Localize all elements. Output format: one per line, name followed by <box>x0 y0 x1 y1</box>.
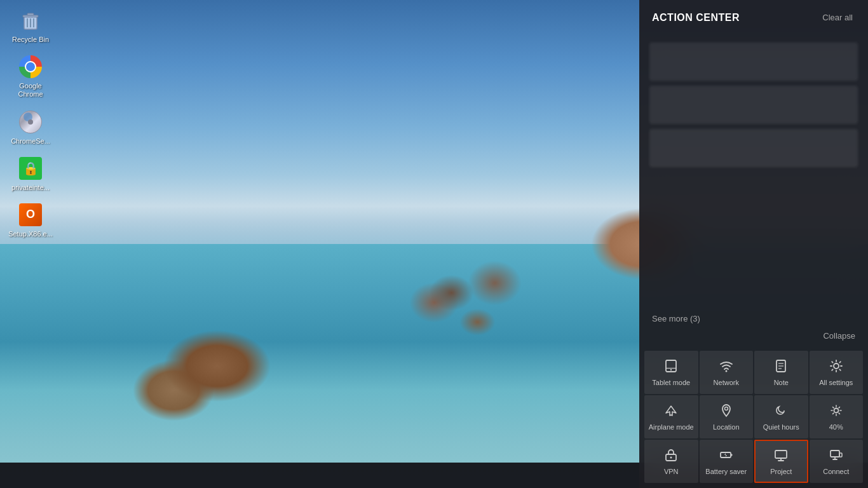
all-settings-icon <box>829 359 843 375</box>
svg-point-16 <box>834 408 838 412</box>
collapse-button[interactable]: Collapse <box>639 329 868 348</box>
desktop-icon-recycle-bin[interactable]: Recycle Bin <box>5 5 56 46</box>
battery-saver-button[interactable]: Battery saver <box>700 440 754 483</box>
airplane-mode-icon <box>664 403 678 419</box>
brightness-label: 40% <box>829 423 843 431</box>
network-icon <box>719 359 733 375</box>
svg-point-7 <box>670 369 672 370</box>
quiet-hours-icon <box>774 403 788 419</box>
location-button[interactable]: Location <box>700 395 754 438</box>
clear-all-button[interactable]: Clear all <box>820 11 855 24</box>
svg-point-15 <box>724 407 728 410</box>
battery-saver-label: Battery saver <box>705 468 747 476</box>
vpn-label: VPN <box>664 468 679 476</box>
network-label: Network <box>714 379 739 387</box>
recycle-bin-label: Recycle Bin <box>12 36 49 44</box>
connect-label: Connect <box>823 468 849 476</box>
brightness-button[interactable]: 40% <box>810 395 864 438</box>
setup-x86-label: Setup.X86.e... <box>8 230 53 238</box>
notification-placeholder-3 <box>649 129 858 167</box>
all-settings-label: All settings <box>819 379 853 387</box>
desktop-icon-privateinternet[interactable]: 🔒 privateinte... <box>5 153 56 194</box>
recycle-bin-icon <box>18 8 43 33</box>
svg-rect-21 <box>775 451 787 458</box>
svg-rect-25 <box>839 453 842 457</box>
notification-placeholder-2 <box>649 86 858 124</box>
project-icon <box>774 448 788 464</box>
note-label: Note <box>774 379 789 387</box>
airplane-mode-button[interactable]: Airplane mode <box>644 395 698 438</box>
svg-point-9 <box>725 370 727 372</box>
tablet-mode-button[interactable]: Tablet mode <box>644 351 698 394</box>
location-icon <box>719 403 733 419</box>
battery-saver-icon <box>719 448 733 464</box>
action-center-panel: ACTION CENTER Clear all See more (3) Col… <box>639 0 868 488</box>
desktop-icon-chrome-setup[interactable]: ChromeSe... <box>5 107 56 148</box>
desktop-icons: Recycle Bin Google Chrome ChromeSe... 🔒 … <box>0 0 61 246</box>
chrome-setup-label: ChromeSe... <box>11 137 50 146</box>
vpn-button[interactable]: VPN <box>644 440 698 483</box>
tablet-mode-label: Tablet mode <box>652 379 690 387</box>
network-button[interactable]: Network <box>700 351 754 394</box>
quiet-hours-button[interactable]: Quiet hours <box>754 395 808 438</box>
cd-icon <box>18 109 43 135</box>
notification-placeholder-1 <box>649 43 858 81</box>
quiet-hours-label: Quiet hours <box>763 423 799 431</box>
svg-point-14 <box>834 363 839 369</box>
all-settings-button[interactable]: All settings <box>810 351 864 394</box>
chrome-icon <box>18 54 43 79</box>
svg-point-18 <box>670 456 672 458</box>
action-center-header: ACTION CENTER Clear all <box>639 0 868 31</box>
note-button[interactable]: Note <box>754 351 808 394</box>
note-icon <box>774 359 788 375</box>
project-label: Project <box>770 468 792 476</box>
project-button[interactable]: Project <box>754 440 808 483</box>
quick-actions-grid: Tablet mode Network <box>639 348 868 488</box>
svg-rect-2 <box>27 13 34 15</box>
brightness-icon <box>829 403 843 419</box>
action-center-title: ACTION CENTER <box>652 12 740 24</box>
notifications-area <box>639 31 868 309</box>
connect-icon <box>829 448 843 464</box>
tablet-mode-icon <box>664 359 678 375</box>
svg-rect-20 <box>731 454 733 456</box>
desktop-icon-google-chrome[interactable]: Google Chrome <box>5 51 56 101</box>
location-label: Location <box>713 423 740 431</box>
vpn-icon-qa <box>664 448 678 464</box>
vpn-icon: 🔒 <box>18 156 43 181</box>
chrome-label: Google Chrome <box>8 82 53 98</box>
desktop-icon-setup-x86[interactable]: O Setup.X86.e... <box>5 200 56 241</box>
airplane-mode-label: Airplane mode <box>649 423 694 431</box>
privateinternet-label: privateinte... <box>11 184 50 192</box>
see-more-link[interactable]: See more (3) <box>639 309 868 329</box>
connect-button[interactable]: Connect <box>810 440 864 483</box>
svg-rect-24 <box>831 451 839 457</box>
office-icon: O <box>18 202 43 227</box>
